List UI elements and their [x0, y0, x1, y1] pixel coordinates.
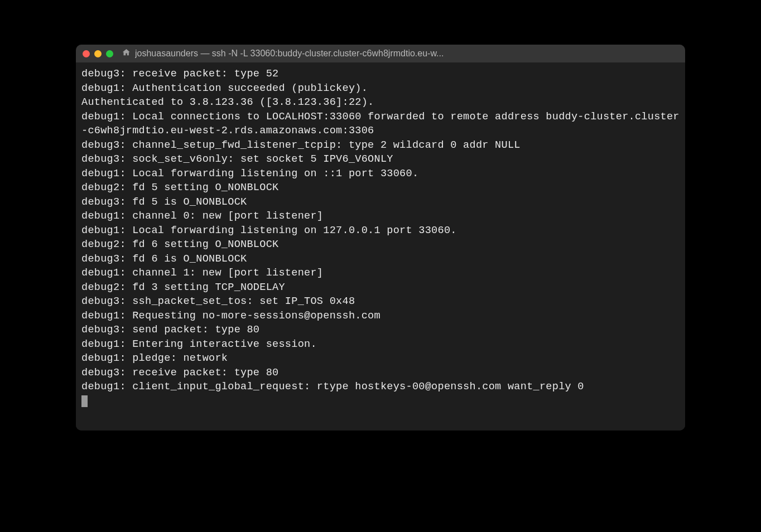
terminal-line: debug1: Entering interactive session. [81, 337, 680, 352]
terminal-line: debug2: fd 6 setting O_NONBLOCK [81, 238, 680, 252]
terminal-line: debug1: Requesting no-more-sessions@open… [81, 309, 680, 323]
terminal-line: Authenticated to 3.8.123.36 ([3.8.123.36… [81, 95, 680, 110]
terminal-line: debug3: fd 6 is O_NONBLOCK [81, 252, 680, 267]
minimize-button[interactable] [94, 50, 102, 57]
terminal-line: debug1: pledge: network [81, 351, 680, 366]
terminal-line: debug1: Local forwarding listening on 12… [81, 224, 680, 238]
terminal-line: debug3: channel_setup_fwd_listener_tcpip… [81, 138, 680, 153]
title-bar[interactable]: joshuasaunders — ssh -N -L 33060:buddy-c… [76, 45, 685, 62]
terminal-line: debug1: Authentication succeeded (public… [81, 81, 680, 96]
terminal-line: debug3: sock_set_v6only: set socket 5 IP… [81, 152, 680, 167]
terminal-line: debug3: send packet: type 80 [81, 323, 680, 337]
cursor-icon [81, 395, 88, 407]
terminal-line: debug1: channel 0: new [port listener] [81, 209, 680, 224]
close-button[interactable] [83, 50, 90, 57]
maximize-button[interactable] [106, 50, 113, 57]
terminal-line: debug1: channel 1: new [port listener] [81, 266, 680, 280]
window-title: joshuasaunders — ssh -N -L 33060:buddy-c… [135, 49, 444, 59]
title-content: joshuasaunders — ssh -N -L 33060:buddy-c… [122, 48, 678, 59]
terminal-line: debug3: receive packet: type 52 [81, 67, 680, 81]
terminal-line: debug2: fd 3 setting TCP_NODELAY [81, 280, 680, 295]
home-icon [122, 48, 131, 59]
terminal-window: joshuasaunders — ssh -N -L 33060:buddy-c… [76, 45, 685, 431]
terminal-body[interactable]: debug3: receive packet: type 52 debug1: … [76, 62, 685, 431]
terminal-line: debug1: client_input_global_request: rty… [81, 380, 680, 394]
terminal-line: debug3: fd 5 is O_NONBLOCK [81, 195, 680, 210]
traffic-lights [83, 50, 113, 57]
terminal-line: debug1: Local connections to LOCALHOST:3… [81, 110, 680, 138]
terminal-cursor-line [81, 394, 680, 409]
terminal-line: debug1: Local forwarding listening on ::… [81, 167, 680, 181]
terminal-line: debug3: ssh_packet_set_tos: set IP_TOS 0… [81, 294, 680, 309]
terminal-line: debug3: receive packet: type 80 [81, 366, 680, 380]
terminal-line: debug2: fd 5 setting O_NONBLOCK [81, 181, 680, 195]
